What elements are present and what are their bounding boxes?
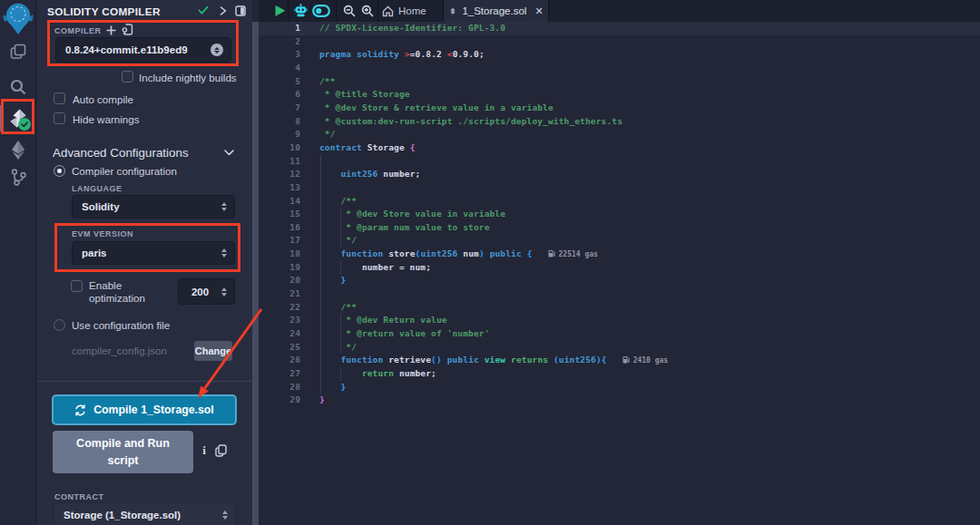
tab-file-1-storage-sol[interactable]: 1_Storage.sol ✕ xyxy=(444,0,548,22)
code-line-5[interactable]: 5/** xyxy=(259,75,980,89)
code-text: */ xyxy=(319,128,336,141)
language-label: LANGUAGE xyxy=(72,184,122,193)
indent-guide xyxy=(320,287,321,301)
line-number-7: 7 xyxy=(259,102,300,115)
line-number-10: 10 xyxy=(259,141,300,155)
tab-file-label: 1_Storage.sol xyxy=(462,5,526,16)
robot-icon xyxy=(294,4,308,18)
pin-panel-icon[interactable] xyxy=(235,5,246,16)
language-select[interactable]: Solidity xyxy=(72,195,235,219)
line-number-18: 18 xyxy=(259,248,300,261)
panel-resize-handle[interactable] xyxy=(252,22,259,525)
git-icon[interactable] xyxy=(0,168,36,187)
compiler-configuration-radio[interactable] xyxy=(54,165,65,177)
code-line-28[interactable]: 28 } xyxy=(259,381,980,394)
code-text: /** xyxy=(319,195,357,209)
code-line-15[interactable]: 15 * @dev Store value in variable xyxy=(259,208,980,221)
compile-refresh-icon xyxy=(74,404,86,416)
add-compiler-icon[interactable] xyxy=(106,25,116,35)
compiler-version-select[interactable]: 0.8.24+commit.e11b9ed9 xyxy=(55,37,231,63)
run-script-button[interactable] xyxy=(270,0,289,22)
line-number-25: 25 xyxy=(259,341,300,355)
gas-estimate: 2410 gas xyxy=(622,356,669,365)
open-compiler-file-icon[interactable] xyxy=(122,24,133,36)
code-line-24[interactable]: 24 * @return value of 'number' xyxy=(259,327,980,341)
tab-close-icon[interactable]: ✕ xyxy=(534,5,543,17)
contract-select[interactable]: Storage (1_Storage.sol) xyxy=(54,502,236,525)
code-text: * @title Storage xyxy=(319,88,410,102)
line-number-28: 28 xyxy=(259,381,300,394)
version-select-arrows-icon xyxy=(211,44,223,56)
enable-optimization-checkbox[interactable] xyxy=(71,280,83,292)
code-line-14[interactable]: 14 /** xyxy=(259,195,980,209)
code-line-18[interactable]: 18 function store(uint256 num) public {2… xyxy=(259,248,980,261)
chevron-down-icon[interactable] xyxy=(224,150,234,156)
copy-icon[interactable] xyxy=(215,444,227,457)
ai-copilot-toggle[interactable] xyxy=(310,0,332,22)
code-line-13[interactable]: 13 xyxy=(259,181,980,195)
include-nightly-checkbox[interactable] xyxy=(122,71,133,83)
code-line-25[interactable]: 25 */ xyxy=(259,341,980,355)
code-line-10[interactable]: 10contract Storage { xyxy=(259,141,980,155)
line-number-26: 26 xyxy=(259,354,300,367)
code-line-8[interactable]: 8 * @custom:dev-run-script ./scripts/dep… xyxy=(259,115,980,129)
code-line-26[interactable]: 26 function retrieve() public view retur… xyxy=(259,354,980,367)
gas-pump-icon xyxy=(622,355,630,364)
change-config-button[interactable]: Change xyxy=(194,341,232,361)
compile-and-run-button[interactable]: Compile and Run script xyxy=(53,431,193,473)
advanced-configurations-header[interactable]: Advanced Configurations xyxy=(53,146,189,160)
auto-compile-label: Auto compile xyxy=(73,93,133,105)
hide-warnings-checkbox[interactable] xyxy=(54,112,65,124)
code-text: /** xyxy=(319,301,357,315)
code-line-11[interactable]: 11 xyxy=(259,155,980,169)
ai-assistant-button[interactable] xyxy=(292,0,309,22)
code-line-22[interactable]: 22 /** xyxy=(259,301,980,315)
use-configuration-file-radio[interactable] xyxy=(54,319,65,331)
editor-toolbar: Home 1_Storage.sol ✕ xyxy=(259,0,980,22)
line-number-9: 9 xyxy=(259,128,300,141)
code-line-23[interactable]: 23 * @dev Return value xyxy=(259,314,980,327)
code-line-20[interactable]: 20 } xyxy=(259,274,980,287)
code-line-2[interactable]: 2 xyxy=(259,35,980,49)
code-text: * @dev Store & retrieve value in a varia… xyxy=(319,102,554,115)
chevron-right-icon[interactable] xyxy=(220,6,227,15)
compile-button[interactable]: Compile 1_Storage.sol xyxy=(52,394,237,425)
deploy-and-run-icon[interactable] xyxy=(0,140,36,160)
code-editor[interactable]: 1// SPDX-License-Identifier: GPL-3.023pr… xyxy=(259,22,980,525)
code-line-17[interactable]: 17 */ xyxy=(259,234,980,248)
toggle-icon xyxy=(312,5,330,17)
panel-divider xyxy=(37,381,252,382)
zoom-in-button[interactable] xyxy=(358,0,377,22)
code-line-6[interactable]: 6 * @title Storage xyxy=(259,88,980,102)
code-line-9[interactable]: 9 */ xyxy=(259,128,980,141)
code-line-1[interactable]: 1// SPDX-License-Identifier: GPL-3.0 xyxy=(259,22,980,35)
code-line-3[interactable]: 3pragma solidity >=0.8.2 <0.9.0; xyxy=(259,48,980,62)
code-line-29[interactable]: 29} xyxy=(259,394,980,407)
evm-version-label: EVM VERSION xyxy=(72,229,133,238)
vertical-icon-panel xyxy=(0,0,36,525)
file-explorer-icon[interactable] xyxy=(0,43,36,61)
code-text: function store(uint256 num) public {2251… xyxy=(319,248,598,262)
indent-guide xyxy=(320,155,321,169)
code-line-27[interactable]: 27 return number; xyxy=(259,367,980,381)
auto-compile-checkbox[interactable] xyxy=(54,92,65,104)
code-line-4[interactable]: 4 xyxy=(259,62,980,75)
code-line-16[interactable]: 16 * @param num value to store xyxy=(259,221,980,235)
code-text: // SPDX-License-Identifier: GPL-3.0 xyxy=(319,22,505,35)
info-icon[interactable]: i xyxy=(200,443,209,458)
code-line-19[interactable]: 19 number = num; xyxy=(259,261,980,275)
compiled-check-icon xyxy=(198,5,209,15)
code-text: * @custom:dev-run-script ./scripts/deplo… xyxy=(319,115,622,129)
tab-home[interactable]: Home xyxy=(378,0,443,22)
search-icon[interactable] xyxy=(0,78,36,96)
code-line-7[interactable]: 7 * @dev Store & retrieve value in a var… xyxy=(259,102,980,115)
solidity-compiler-icon[interactable] xyxy=(0,107,36,131)
code-text: uint256 number; xyxy=(319,168,420,181)
code-line-12[interactable]: 12 uint256 number; xyxy=(259,168,980,181)
zoom-out-button[interactable] xyxy=(340,0,358,22)
line-number-22: 22 xyxy=(259,301,300,315)
optimization-runs-input[interactable]: 200 xyxy=(178,278,235,305)
evm-version-select[interactable]: paris xyxy=(72,241,235,265)
code-line-21[interactable]: 21 xyxy=(259,287,980,301)
remix-logo[interactable] xyxy=(0,2,36,35)
